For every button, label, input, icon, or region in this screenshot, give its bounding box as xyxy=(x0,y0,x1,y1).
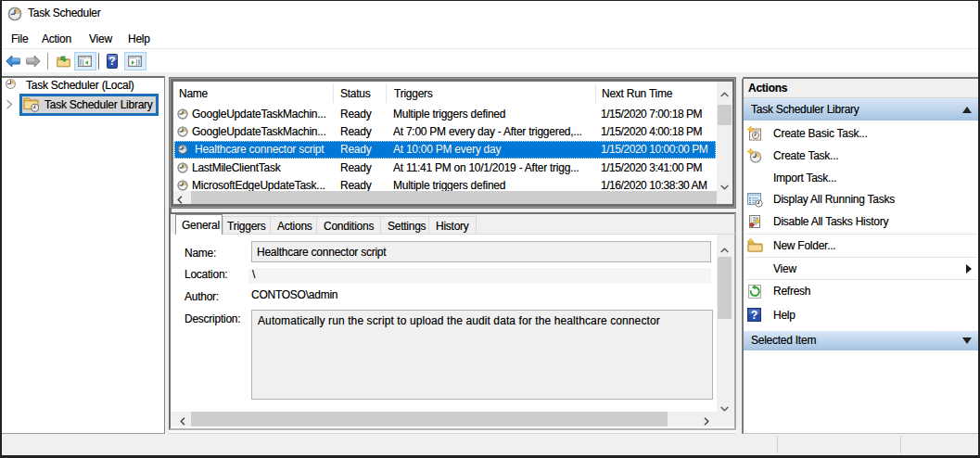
svg-text:?: ? xyxy=(751,309,758,322)
svg-text:?: ? xyxy=(108,55,115,68)
